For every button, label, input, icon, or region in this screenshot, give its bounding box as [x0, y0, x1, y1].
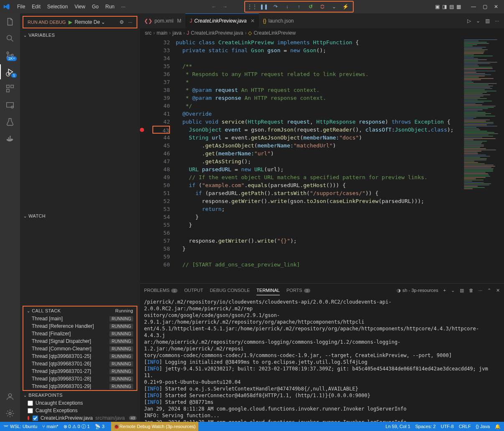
term-ports[interactable]: PORTS3: [286, 285, 310, 295]
sb-eol[interactable]: CRLF: [459, 424, 471, 429]
menu-edit[interactable]: Edit: [29, 3, 43, 11]
variables-section[interactable]: ⌄VARIABLES: [20, 31, 140, 39]
step-out-icon[interactable]: ↑: [296, 4, 302, 10]
debug-toolbar: ⋮⋮ ❚❚ ↷ ↓ ↑ ↺ ⌄ ⚡: [244, 1, 354, 13]
menu-file[interactable]: File: [14, 3, 28, 11]
thread-row[interactable]: Thread [qtp399683701-28]RUNNING: [23, 375, 137, 383]
nav-back-icon[interactable]: ←: [210, 4, 218, 10]
more-icon[interactable]: ···: [479, 288, 482, 293]
gutter[interactable]: 3233343536373839404142434445464748495051…: [152, 38, 173, 283]
sb-errors[interactable]: ⊗ 0 ⚠ 0 ⓘ 1: [63, 423, 90, 430]
gear-icon[interactable]: ⚙: [119, 19, 124, 25]
layout-icon[interactable]: ▣: [435, 4, 440, 10]
tab-launch[interactable]: {}launch.json: [259, 13, 298, 28]
term-problems[interactable]: PROBLEMS1: [144, 285, 177, 295]
sb-spaces[interactable]: Spaces: 2: [415, 424, 436, 429]
stop-icon[interactable]: [319, 4, 325, 10]
thread-row[interactable]: Thread [Finalizer]RUNNING: [23, 330, 137, 337]
sb-bell-icon[interactable]: 🔔: [495, 424, 501, 429]
chevron-down-icon: ⌄: [23, 393, 27, 398]
pause-icon[interactable]: ❚❚: [261, 4, 267, 10]
sb-lang[interactable]: {} Java: [476, 424, 490, 429]
maximize-icon[interactable]: ▢: [483, 4, 487, 10]
thread-row[interactable]: Thread [qtp399683701-26]RUNNING: [23, 360, 137, 368]
chevron-down-icon[interactable]: ⌄: [476, 18, 480, 24]
remote-icon[interactable]: [5, 100, 15, 110]
nav-forward-icon[interactable]: →: [221, 4, 229, 10]
chevron-up-icon[interactable]: ⌃: [487, 288, 491, 293]
thread-row[interactable]: Thread [Reference Handler]RUNNING: [23, 322, 137, 330]
bp-file[interactable]: CreateLinkPreview.javasrc/main/java43: [20, 414, 140, 422]
sb-ports[interactable]: 📡 3: [95, 424, 104, 429]
split-icon[interactable]: ▥: [460, 288, 464, 293]
menu-run[interactable]: Run: [102, 3, 117, 11]
close-icon[interactable]: ✕: [496, 288, 500, 293]
checkbox[interactable]: [28, 401, 33, 406]
more-icon[interactable]: ···: [495, 18, 499, 24]
trash-icon[interactable]: 🗑: [469, 288, 474, 293]
thread-row[interactable]: Thread [Signal Dispatcher]RUNNING: [23, 337, 137, 345]
term-terminal[interactable]: TERMINAL: [256, 285, 280, 295]
scm-icon[interactable]: 1K+: [5, 50, 15, 60]
close-icon[interactable]: ✕: [251, 18, 255, 24]
watch-section[interactable]: ⌄WATCH: [20, 212, 140, 220]
sb-pos[interactable]: Ln 59, Col 1: [385, 424, 410, 429]
tab-active[interactable]: JCreateLinkPreview.java✕: [185, 13, 258, 28]
thread-row[interactable]: Thread [Common-Cleaner]RUNNING: [23, 345, 137, 352]
terminal-content[interactable]: /pierrick/.m2/repository/io/cloudevents/…: [140, 297, 504, 422]
thread-row[interactable]: Thread [qtp399683701-25]RUNNING: [23, 352, 137, 360]
docker-icon[interactable]: [5, 134, 15, 144]
test-icon[interactable]: [5, 117, 15, 127]
layout-icon[interactable]: ◨: [442, 4, 447, 10]
sb-remote[interactable]: ⌤WSL: Ubuntu: [3, 424, 37, 429]
bp-uncaught[interactable]: Uncaught Exceptions: [20, 399, 140, 407]
tab-pom[interactable]: ❮❯pom.xmlM: [140, 13, 185, 28]
minimap[interactable]: [462, 38, 504, 283]
thread-row[interactable]: Thread [main]RUNNING: [23, 315, 137, 322]
settings-icon[interactable]: [5, 408, 15, 418]
sb-enc[interactable]: UTF-8: [441, 424, 453, 429]
term-shell[interactable]: ◑sh - 3p-resources: [397, 288, 438, 293]
breakpoints-section[interactable]: ⌄BREAKPOINTS: [20, 391, 140, 399]
close-icon[interactable]: ✕: [494, 4, 498, 10]
thread-row[interactable]: Thread [qtp399683701-29]RUNNING: [23, 383, 137, 390]
account-icon[interactable]: [5, 392, 15, 402]
sb-watch[interactable]: 🐞 Remote Debug Watch (3p-resources): [111, 422, 198, 431]
remote-icon: ⌤: [3, 424, 9, 429]
term-output[interactable]: OUTPUT: [184, 285, 203, 295]
menu-selection[interactable]: Selection: [44, 3, 71, 11]
thread-row[interactable]: Thread [qtp399683701-27]RUNNING: [23, 368, 137, 375]
code-editor[interactable]: public class CreateLinkPreview implement…: [173, 38, 461, 283]
launch-config-select[interactable]: Remote De ⌄: [75, 19, 115, 25]
layout-icon[interactable]: ▦: [456, 4, 461, 10]
step-over-icon[interactable]: ↷: [273, 4, 279, 10]
extensions-icon[interactable]: [5, 84, 15, 94]
debug-icon[interactable]: 1: [5, 67, 15, 77]
search-icon[interactable]: [5, 33, 15, 43]
step-into-icon[interactable]: ↓: [284, 4, 290, 10]
plus-icon[interactable]: +: [443, 288, 446, 293]
breadcrumb[interactable]: src› main› java› J CreateLinkPreview.jav…: [140, 28, 504, 38]
start-debug-icon[interactable]: ▶: [68, 19, 72, 25]
checkbox[interactable]: [33, 416, 38, 421]
menu-more[interactable]: ···: [118, 3, 128, 11]
checkbox[interactable]: [28, 408, 33, 413]
menu-go[interactable]: Go: [89, 3, 101, 11]
minimize-icon[interactable]: —: [471, 4, 476, 10]
bp-caught[interactable]: Caught Exceptions: [20, 407, 140, 414]
callstack-header[interactable]: ⌄CALL STACKRunning: [23, 307, 137, 315]
chevron-down-icon[interactable]: ⌄: [331, 4, 337, 10]
sb-branch[interactable]: ⑂main*: [42, 424, 58, 429]
layout-icon[interactable]: ▤: [449, 4, 454, 10]
more-icon[interactable]: ···: [128, 19, 132, 25]
term-debug[interactable]: DEBUG CONSOLE: [210, 285, 250, 295]
explorer-icon[interactable]: [5, 17, 15, 27]
run-icon[interactable]: ▷: [467, 18, 471, 24]
menu-view[interactable]: View: [71, 3, 88, 11]
split-icon[interactable]: ▥: [485, 18, 490, 24]
call-stack-section: ⌄CALL STACKRunning Thread [main]RUNNINGT…: [23, 306, 137, 391]
chevron-down-icon[interactable]: ⌄: [451, 288, 455, 293]
restart-icon[interactable]: ↺: [308, 4, 314, 10]
hot-reload-icon[interactable]: ⚡: [343, 4, 349, 10]
drag-handle-icon[interactable]: ⋮⋮: [249, 4, 255, 10]
